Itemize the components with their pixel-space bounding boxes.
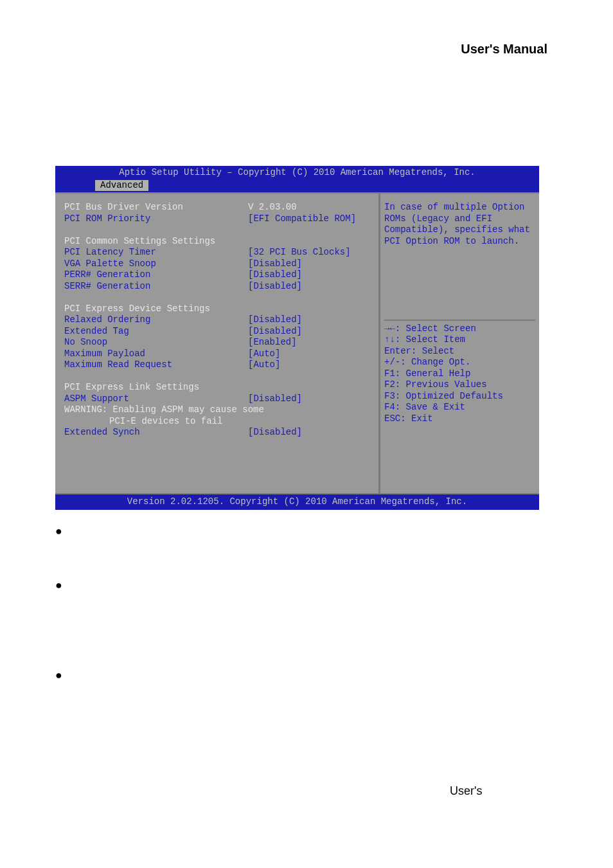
- label: PCI Bus Driver Version: [64, 202, 248, 213]
- label: Extended Synch: [64, 427, 248, 439]
- help-text: In case of multiple Option: [384, 202, 535, 213]
- value: [Disabled]: [248, 427, 372, 439]
- key-f1: F1: General Help: [384, 368, 535, 380]
- bios-title: Aptio Setup Utility – Copyright (C) 2010…: [55, 166, 539, 180]
- bios-window: Aptio Setup Utility – Copyright (C) 2010…: [55, 166, 539, 517]
- page-header: User's Manual: [461, 42, 547, 57]
- value: [Disabled]: [248, 258, 372, 270]
- bullet-icon: ●: [55, 525, 62, 538]
- row-relaxed-ordering[interactable]: Relaxed Ordering [Disabled]: [64, 314, 372, 326]
- bullet-icon: ●: [55, 669, 62, 682]
- help-text: Compatible), specifies what: [384, 224, 535, 236]
- label: Maximum Read Request: [64, 359, 248, 371]
- value: [32 PCI Bus Clocks]: [248, 247, 372, 258]
- section-common: PCI Common Settings Settings: [64, 236, 372, 248]
- value: [Disabled]: [248, 314, 372, 326]
- label: SERR# Generation: [64, 281, 248, 293]
- warning-2: PCI-E devices to fail: [64, 416, 372, 428]
- row-max-payload[interactable]: Maximum Payload [Auto]: [64, 348, 372, 360]
- key-select-item: ↑↓: Select Item: [384, 334, 535, 346]
- row-extended-tag[interactable]: Extended Tag [Disabled]: [64, 326, 372, 338]
- value: [Auto]: [248, 348, 372, 360]
- key-f3: F3: Optimized Defaults: [384, 391, 535, 402]
- bios-help: In case of multiple Option ROMs (Legacy …: [378, 194, 539, 493]
- label: VGA Palette Snoop: [64, 258, 248, 270]
- bios-tabs: Advanced: [55, 180, 539, 193]
- value: [Enabled]: [248, 337, 372, 348]
- row-latency-timer[interactable]: PCI Latency Timer [32 PCI Bus Clocks]: [64, 247, 372, 258]
- label: PCI ROM Priority: [64, 213, 248, 225]
- warning-1: WARNING: Enabling ASPM may cause some: [64, 404, 372, 416]
- key-f4: F4: Save & Exit: [384, 402, 535, 413]
- bios-footer: Version 2.02.1205. Copyright (C) 2010 Am…: [55, 494, 539, 510]
- bios-body: PCI Bus Driver Version V 2.03.00 PCI ROM…: [55, 192, 539, 494]
- help-text: ROMs (Legacy and EFI: [384, 213, 535, 225]
- row-vga-palette-snoop[interactable]: VGA Palette Snoop [Disabled]: [64, 258, 372, 270]
- section-express-link: PCI Express Link Settings: [64, 382, 372, 393]
- help-text: PCI Option ROM to launch.: [384, 236, 535, 248]
- row-no-snoop[interactable]: No Snoop [Enabled]: [64, 337, 372, 348]
- row-pci-rom-priority[interactable]: PCI ROM Priority [EFI Compatible ROM]: [64, 213, 372, 225]
- key-change-opt: +/-: Change Opt.: [384, 357, 535, 368]
- key-select-screen: →←: Select Screen: [384, 323, 535, 335]
- value: [EFI Compatible ROM]: [248, 213, 372, 225]
- row-max-read-request[interactable]: Maximum Read Request [Auto]: [64, 359, 372, 371]
- value: V 2.03.00: [248, 202, 372, 213]
- section-express-device: PCI Express Device Settings: [64, 303, 372, 315]
- value: [Disabled]: [248, 393, 372, 405]
- bios-main: PCI Bus Driver Version V 2.03.00 PCI ROM…: [55, 194, 378, 493]
- label: Relaxed Ordering: [64, 314, 248, 326]
- key-esc: ESC: Exit: [384, 413, 535, 425]
- bullet-icon: ●: [55, 579, 62, 592]
- separator: [384, 320, 535, 321]
- tab-advanced[interactable]: Advanced: [95, 180, 148, 192]
- row-aspm-support[interactable]: ASPM Support [Disabled]: [64, 393, 372, 405]
- label: PCI Latency Timer: [64, 247, 248, 258]
- value: [Auto]: [248, 359, 372, 371]
- page-footer: User's: [450, 784, 482, 798]
- label: PERR# Generation: [64, 269, 248, 281]
- label: Maximum Payload: [64, 348, 248, 360]
- key-enter: Enter: Select: [384, 346, 535, 357]
- key-f2: F2: Previous Values: [384, 379, 535, 391]
- value: [Disabled]: [248, 269, 372, 281]
- value: [Disabled]: [248, 281, 372, 293]
- label: No Snoop: [64, 337, 248, 348]
- label: Extended Tag: [64, 326, 248, 338]
- row-extended-synch[interactable]: Extended Synch [Disabled]: [64, 427, 372, 439]
- value: [Disabled]: [248, 326, 372, 338]
- row-driver-version: PCI Bus Driver Version V 2.03.00: [64, 202, 372, 213]
- row-serr-generation[interactable]: SERR# Generation [Disabled]: [64, 281, 372, 293]
- row-perr-generation[interactable]: PERR# Generation [Disabled]: [64, 269, 372, 281]
- label: ASPM Support: [64, 393, 248, 405]
